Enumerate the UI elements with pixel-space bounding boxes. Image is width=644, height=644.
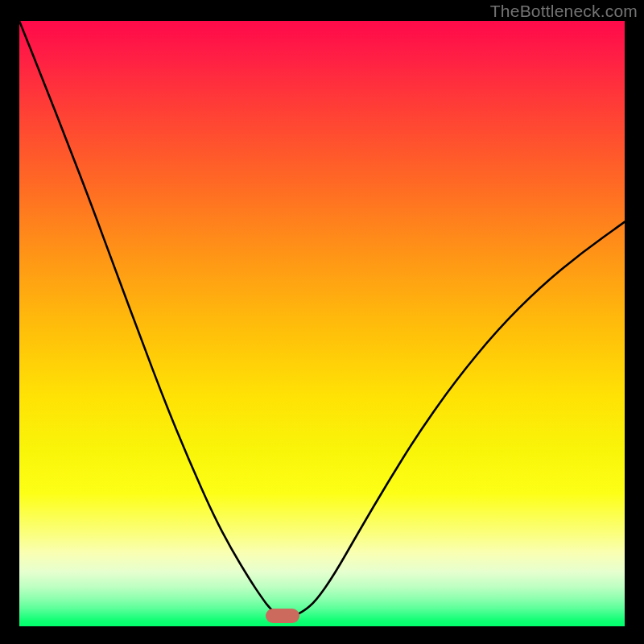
bottleneck-curve xyxy=(19,21,625,626)
plot-area xyxy=(19,21,625,626)
optimal-marker xyxy=(266,609,299,623)
watermark-text: TheBottleneck.com xyxy=(490,2,638,21)
chart-frame: TheBottleneck.com xyxy=(0,0,644,644)
